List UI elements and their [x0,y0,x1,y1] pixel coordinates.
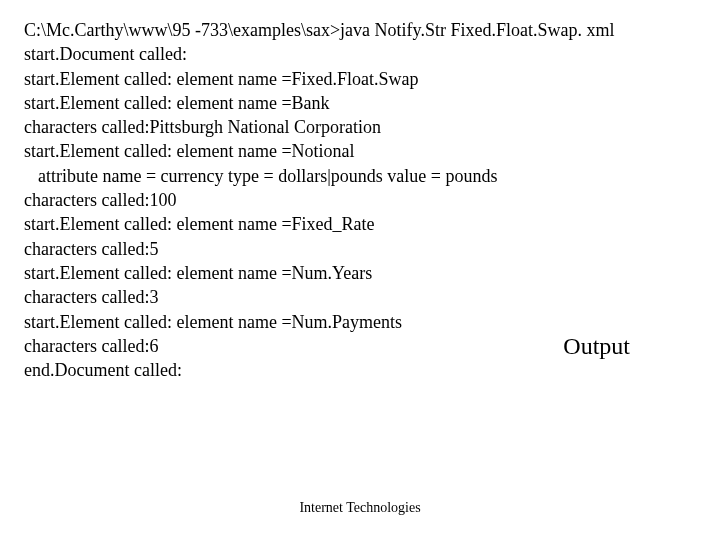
console-line: start.Element called: element name =Fixe… [24,212,696,236]
output-label: Output [563,333,630,360]
console-line: start.Element called: element name =Fixe… [24,67,696,91]
console-line: characters called:100 [24,188,696,212]
console-line: start.Element called: element name =Num.… [24,310,696,334]
console-line: characters called:Pittsburgh National Co… [24,115,696,139]
console-line: characters called:3 [24,285,696,309]
console-line: start.Element called: element name =Bank [24,91,696,115]
console-line: start.Element called: element name =Num.… [24,261,696,285]
console-line: end.Document called: [24,358,696,382]
console-output: C:\Mc.Carthy\www\95 -733\examples\sax>ja… [24,18,696,382]
console-line: start.Element called: element name =Noti… [24,139,696,163]
console-line: start.Document called: [24,42,696,66]
console-line: C:\Mc.Carthy\www\95 -733\examples\sax>ja… [24,18,696,42]
console-line: attribute name = currency type = dollars… [24,164,696,188]
footer-text: Internet Technologies [0,500,720,516]
console-line: characters called:5 [24,237,696,261]
